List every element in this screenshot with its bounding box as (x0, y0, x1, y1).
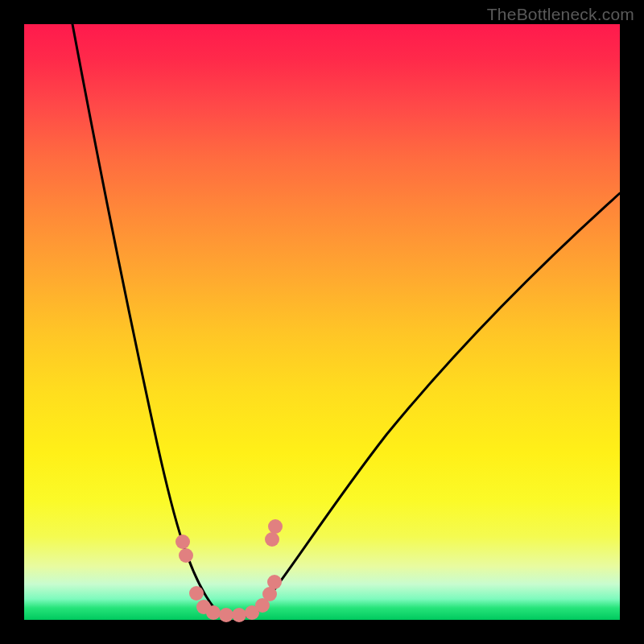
marker-dot (179, 548, 193, 563)
marker-dot (189, 586, 204, 601)
marker-dot (175, 535, 190, 549)
chart-frame: TheBottleneck.com (0, 0, 644, 644)
marker-dot (219, 608, 233, 622)
marker-dot (232, 608, 246, 622)
curve-right-branch (258, 193, 620, 612)
marker-dot (267, 575, 282, 589)
marker-dot (268, 519, 283, 534)
bottleneck-curve (24, 24, 620, 620)
marker-dot (206, 605, 221, 620)
curve-left-branch (72, 24, 217, 612)
marker-group (175, 519, 283, 622)
plot-area (24, 24, 620, 620)
marker-dot (265, 532, 279, 547)
watermark-text: TheBottleneck.com (487, 5, 634, 24)
